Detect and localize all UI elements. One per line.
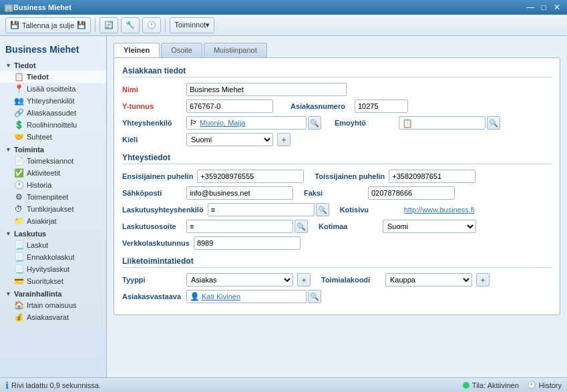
kieli-add-button[interactable]: + (277, 133, 291, 146)
sidebar-item-toimenpiteet-label: Toimenpiteet (27, 193, 68, 201)
ensisijainen-puhelin-label: Ensisijainen puhelin (122, 172, 193, 180)
verkkolaskutunnus-label: Verkkolaskutunnus (122, 239, 190, 247)
sidebar-section-laskutus-header[interactable]: ▼ Laskutus (0, 228, 106, 239)
alias-icon: 🔗 (13, 108, 24, 118)
laskutusosoite-row: Laskutusosoite ≡ 🔍 Kotimaa Suomi (122, 220, 552, 233)
yhteyshenkilö-link[interactable]: Muonio, Maija (200, 119, 245, 127)
sidebar-item-asiakasvarat[interactable]: 💰 Asiakasvarat (0, 311, 106, 323)
window-controls: — □ ✕ (524, 1, 563, 13)
sidebar-item-historia-label: Historia (27, 181, 51, 189)
sidebar-item-tiedot[interactable]: 📋 Tiedot (0, 71, 106, 83)
verkkolaskutunnus-input[interactable] (194, 236, 301, 250)
sidebar-item-suhteet[interactable]: 🤝 Suhteet (0, 131, 106, 143)
tyyppi-add-button[interactable]: + (297, 273, 311, 286)
action-icon: ⚙ (13, 192, 24, 202)
save-close-button[interactable]: 💾 Tallenna ja sulje 💾 (5, 17, 91, 33)
sidebar-item-toimenpiteet[interactable]: ⚙ Toimenpiteet (0, 191, 106, 203)
toimialakoodi-label: Toimialakoodi (321, 276, 381, 284)
status-message: Rivi ladattu 0,9 sekunnissa. (11, 381, 101, 389)
tab-osoite-label: Osoite (171, 46, 192, 54)
minimize-button[interactable]: — (524, 1, 536, 13)
sidebar-item-roolihinnoittelu[interactable]: 💲 Roolihinnoittelu (0, 119, 106, 131)
toissijainen-puhelin-input[interactable] (389, 170, 476, 183)
sidebar-item-yhteyshenkilot-label: Yhteyshenkilöt (27, 97, 75, 105)
sidebar-item-asiakirjat[interactable]: 📁 Asiakirjat (0, 215, 106, 227)
nimi-row: Nimi (122, 83, 552, 96)
save-icon2: 💾 (77, 21, 86, 29)
emoyhtio-field-group: 📋 🔍 (399, 116, 500, 130)
sidebar-item-aktiviteetit[interactable]: ✅ Aktiviteetit (0, 167, 106, 179)
kotisivu-label: Kotisivu (340, 206, 400, 214)
actions-button[interactable]: Toiminnot▾ (170, 17, 214, 33)
sidebar-item-lisaa-osoitteita[interactable]: 📍 Lisää osoitteita (0, 83, 106, 95)
tab-muistiinpanot[interactable]: Muistiinpanot (204, 43, 267, 57)
sidebar-item-tuntikirjaukset[interactable]: ⏱ Tuntikirjaukset (0, 203, 106, 215)
status-history[interactable]: 🕐 History (527, 381, 562, 389)
sahkoposti-input[interactable] (186, 186, 293, 200)
docs-icon: 📁 (13, 216, 24, 226)
sidebar-section-varainhallinta-header[interactable]: ▼ Varainhallinta (0, 288, 106, 299)
refresh-button[interactable]: 🔄 (100, 17, 118, 33)
sidebar-item-hyvityslaskut[interactable]: 📃 Hyvityslaskut (0, 263, 106, 275)
yhteyshenkilö-search-button[interactable]: 🔍 (308, 116, 321, 130)
settings-button[interactable]: 🔧 (121, 17, 140, 33)
kieli-row: Kieli Suomi + (122, 133, 552, 146)
history-label: History (539, 381, 562, 389)
asiakasvastaava-row: Asiakasvastaava 👤 Kati Kivinen 🔍 (122, 290, 552, 303)
puhelin-row: Ensisijainen puhelin Toissijainen puheli… (122, 170, 552, 183)
tyyppi-select[interactable]: Asiakas (186, 273, 293, 286)
sidebar-section-toiminta-header[interactable]: ▼ Toiminta (0, 144, 106, 155)
tab-yleinen[interactable]: Yleinen (114, 43, 160, 57)
sidebar-section-tiedot-header[interactable]: ▼ Tiedot (0, 60, 106, 71)
save-close-label: Tallenna ja sulje (22, 21, 74, 29)
green-dot-icon (463, 382, 469, 389)
titlebar: 🏢 Business Miehet — □ ✕ (0, 0, 567, 15)
tyyppi-label: Tyyppi (122, 276, 182, 284)
asiakasvastaava-search-button[interactable]: 🔍 (308, 290, 321, 303)
address-icon: 📍 (13, 84, 24, 93)
kotisivu-link[interactable]: http://www.business.fi (404, 206, 511, 214)
sidebar-section-laskutus-label: Laskutus (14, 230, 46, 238)
toolbar-separator (95, 19, 96, 32)
sidebar-item-aliaskaassudet[interactable]: 🔗 Aliaskaassudet (0, 107, 106, 119)
faksi-input[interactable] (368, 186, 455, 200)
sidebar-item-ennakkolaskut[interactable]: 📃 Ennakkolaskut (0, 251, 106, 263)
hours-icon: ⏱ (13, 204, 24, 214)
kotimaa-select[interactable]: Suomi (383, 220, 476, 233)
ytunnus-input[interactable] (186, 100, 273, 113)
asiakasvastaava-link[interactable]: Kati Kivinen (202, 292, 240, 301)
info-icon: ℹ (5, 380, 9, 391)
toimialakoodi-select[interactable]: Kauppa (385, 273, 472, 286)
close-button[interactable]: ✕ (551, 1, 563, 13)
activity-icon: ✅ (13, 168, 24, 178)
tab-osoite[interactable]: Osoite (161, 43, 202, 57)
kieli-select[interactable]: Suomi (186, 133, 273, 146)
sidebar-item-toimeksiannot[interactable]: 📄 Toimeksiannot (0, 155, 106, 167)
ensisijainen-puhelin-input[interactable] (197, 170, 304, 183)
sidebar-item-laskut[interactable]: 📃 Laskut (0, 239, 106, 251)
mag-icon: 🔍 (310, 119, 319, 128)
sidebar-item-yhteyshenkilot[interactable]: 👥 Yhteyshenkilöt (0, 95, 106, 107)
person-icon: 🏳 (190, 118, 198, 128)
asiakasnumero-input[interactable] (355, 100, 408, 113)
sidebar-item-suoritukset[interactable]: 💳 Suoritukset (0, 275, 106, 287)
laskutusyhteyshenkilö-search-button[interactable]: 🔍 (316, 203, 329, 216)
sidebar: Business Miehet ▼ Tiedot 📋 Tiedot 📍 Lisä… (0, 36, 107, 377)
laskutusosoite-field: ≡ (186, 220, 293, 233)
laskutusyhteyshenkilö-row: Laskutusyhteyshenkilö ≡ 🔍 Kotisivu http:… (122, 203, 552, 216)
laskutusyhteyshenkilö-field: ≡ (208, 203, 315, 216)
emoyhtio-search-button[interactable]: 🔍 (487, 116, 500, 130)
maximize-button[interactable]: □ (538, 1, 550, 13)
clock-button[interactable]: 🕐 (142, 17, 161, 33)
sidebar-item-historia[interactable]: 🕐 Historia (0, 179, 106, 191)
status-tila: Tila: Aktiivinen (463, 381, 519, 389)
sidebar-item-laskut-label: Laskut (27, 241, 48, 249)
sidebar-item-lisaa-osoitteita-label: Lisää osoitteita (27, 85, 75, 93)
asiakasvastaava-field: 👤 Kati Kivinen (186, 290, 307, 303)
status-right: Tila: Aktiivinen 🕐 History (463, 381, 562, 389)
sidebar-item-irtain-omaisuus[interactable]: 🏠 Irtain omaisuus (0, 299, 106, 311)
nimi-input[interactable] (186, 83, 347, 96)
laskutusosoite-search-button[interactable]: 🔍 (295, 220, 308, 233)
faksi-label: Faksi (304, 189, 364, 197)
toimialakoodi-add-button[interactable]: + (476, 273, 490, 286)
